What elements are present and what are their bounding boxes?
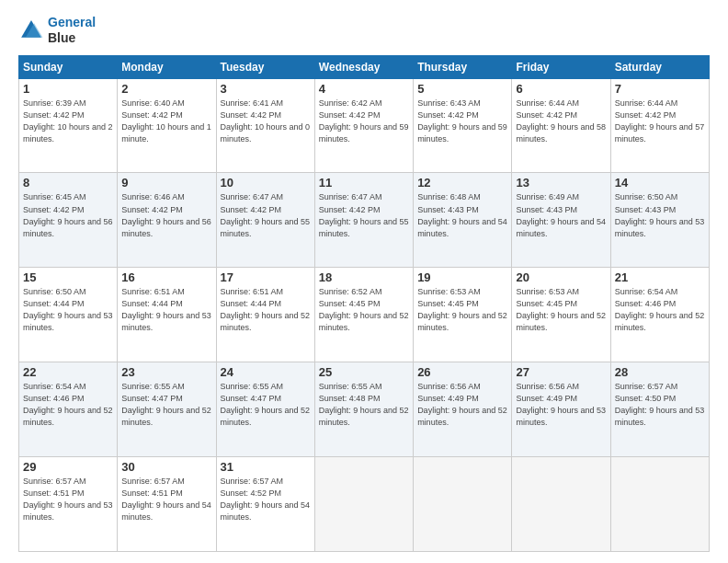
day-info: Sunrise: 6:54 AM Sunset: 4:46 PM Dayligh… [615, 286, 705, 334]
day-number: 4 [319, 82, 409, 96]
day-number: 12 [417, 176, 507, 190]
calendar-day-cell [314, 457, 413, 552]
day-number: 8 [23, 176, 113, 190]
day-number: 24 [221, 365, 311, 379]
day-number: 15 [23, 270, 113, 284]
weekday-header-cell: Tuesday [216, 55, 314, 78]
calendar-day-cell: 11 Sunrise: 6:47 AM Sunset: 4:42 PM Dayl… [314, 173, 413, 268]
weekday-header-cell: Friday [512, 55, 610, 78]
calendar-day-cell: 29 Sunrise: 6:57 AM Sunset: 4:51 PM Dayl… [19, 457, 118, 552]
calendar-day-cell: 6 Sunrise: 6:44 AM Sunset: 4:42 PM Dayli… [512, 78, 610, 173]
day-info: Sunrise: 6:55 AM Sunset: 4:47 PM Dayligh… [121, 381, 211, 429]
page: General Blue SundayMondayTuesdayWednesda… [0, 0, 728, 563]
day-number: 14 [615, 176, 705, 190]
calendar-day-cell: 1 Sunrise: 6:39 AM Sunset: 4:42 PM Dayli… [19, 78, 118, 173]
day-info: Sunrise: 6:40 AM Sunset: 4:42 PM Dayligh… [121, 98, 211, 145]
calendar-day-cell: 31 Sunrise: 6:57 AM Sunset: 4:52 PM Dayl… [216, 457, 314, 552]
calendar-day-cell: 2 Sunrise: 6:40 AM Sunset: 4:42 PM Dayli… [118, 78, 216, 173]
day-number: 20 [516, 270, 606, 284]
day-number: 22 [23, 365, 113, 379]
day-number: 29 [23, 460, 113, 474]
day-info: Sunrise: 6:57 AM Sunset: 4:51 PM Dayligh… [121, 476, 211, 523]
weekday-header-cell: Thursday [414, 55, 512, 78]
calendar-table: SundayMondayTuesdayWednesdayThursdayFrid… [18, 55, 710, 552]
day-info: Sunrise: 6:44 AM Sunset: 4:42 PM Dayligh… [516, 98, 606, 145]
day-info: Sunrise: 6:51 AM Sunset: 4:44 PM Dayligh… [121, 286, 211, 334]
day-number: 16 [121, 270, 211, 284]
day-info: Sunrise: 6:48 AM Sunset: 4:43 PM Dayligh… [417, 191, 507, 239]
calendar-week-row: 29 Sunrise: 6:57 AM Sunset: 4:51 PM Dayl… [19, 457, 710, 552]
day-info: Sunrise: 6:42 AM Sunset: 4:42 PM Dayligh… [319, 98, 409, 145]
day-number: 5 [417, 82, 507, 96]
weekday-header-cell: Wednesday [314, 55, 413, 78]
calendar-day-cell: 9 Sunrise: 6:46 AM Sunset: 4:42 PM Dayli… [118, 173, 216, 268]
day-info: Sunrise: 6:50 AM Sunset: 4:44 PM Dayligh… [23, 286, 113, 334]
calendar-body: 1 Sunrise: 6:39 AM Sunset: 4:42 PM Dayli… [19, 78, 710, 551]
calendar-week-row: 15 Sunrise: 6:50 AM Sunset: 4:44 PM Dayl… [19, 268, 710, 362]
calendar-day-cell: 18 Sunrise: 6:52 AM Sunset: 4:45 PM Dayl… [314, 268, 413, 362]
day-info: Sunrise: 6:49 AM Sunset: 4:43 PM Dayligh… [516, 191, 606, 239]
day-info: Sunrise: 6:56 AM Sunset: 4:49 PM Dayligh… [516, 381, 606, 429]
day-number: 31 [221, 460, 311, 474]
day-number: 25 [319, 365, 409, 379]
day-info: Sunrise: 6:52 AM Sunset: 4:45 PM Dayligh… [319, 286, 409, 334]
day-info: Sunrise: 6:44 AM Sunset: 4:42 PM Dayligh… [615, 98, 705, 145]
calendar-day-cell: 23 Sunrise: 6:55 AM Sunset: 4:47 PM Dayl… [118, 362, 216, 457]
day-number: 1 [23, 82, 113, 96]
day-number: 21 [615, 270, 705, 284]
day-info: Sunrise: 6:41 AM Sunset: 4:42 PM Dayligh… [221, 98, 311, 145]
day-info: Sunrise: 6:45 AM Sunset: 4:42 PM Dayligh… [23, 191, 113, 239]
day-number: 19 [417, 270, 507, 284]
calendar-week-row: 1 Sunrise: 6:39 AM Sunset: 4:42 PM Dayli… [19, 78, 710, 173]
calendar-day-cell: 16 Sunrise: 6:51 AM Sunset: 4:44 PM Dayl… [118, 268, 216, 362]
day-info: Sunrise: 6:50 AM Sunset: 4:43 PM Dayligh… [615, 191, 705, 239]
calendar-week-row: 8 Sunrise: 6:45 AM Sunset: 4:42 PM Dayli… [19, 173, 710, 268]
calendar-day-cell: 8 Sunrise: 6:45 AM Sunset: 4:42 PM Dayli… [19, 173, 118, 268]
day-info: Sunrise: 6:57 AM Sunset: 4:50 PM Dayligh… [615, 381, 705, 429]
weekday-header-cell: Saturday [610, 55, 709, 78]
calendar-day-cell: 20 Sunrise: 6:53 AM Sunset: 4:45 PM Dayl… [512, 268, 610, 362]
day-number: 11 [319, 176, 409, 190]
calendar-day-cell: 17 Sunrise: 6:51 AM Sunset: 4:44 PM Dayl… [216, 268, 314, 362]
weekday-header-cell: Sunday [19, 55, 118, 78]
calendar-day-cell: 5 Sunrise: 6:43 AM Sunset: 4:42 PM Dayli… [414, 78, 512, 173]
day-info: Sunrise: 6:43 AM Sunset: 4:42 PM Dayligh… [417, 98, 507, 145]
day-number: 3 [221, 82, 311, 96]
day-number: 23 [121, 365, 211, 379]
header: General Blue [18, 15, 710, 46]
calendar-day-cell [414, 457, 512, 552]
day-info: Sunrise: 6:55 AM Sunset: 4:48 PM Dayligh… [319, 381, 409, 429]
logo-icon [18, 17, 44, 43]
calendar-day-cell: 21 Sunrise: 6:54 AM Sunset: 4:46 PM Dayl… [610, 268, 709, 362]
calendar-day-cell: 3 Sunrise: 6:41 AM Sunset: 4:42 PM Dayli… [216, 78, 314, 173]
day-info: Sunrise: 6:53 AM Sunset: 4:45 PM Dayligh… [417, 286, 507, 334]
day-info: Sunrise: 6:57 AM Sunset: 4:51 PM Dayligh… [23, 476, 113, 523]
calendar-day-cell: 12 Sunrise: 6:48 AM Sunset: 4:43 PM Dayl… [414, 173, 512, 268]
day-number: 10 [221, 176, 311, 190]
day-info: Sunrise: 6:57 AM Sunset: 4:52 PM Dayligh… [221, 476, 311, 523]
day-info: Sunrise: 6:53 AM Sunset: 4:45 PM Dayligh… [516, 286, 606, 334]
logo-text: General Blue [48, 15, 96, 46]
day-number: 28 [615, 365, 705, 379]
weekday-header-row: SundayMondayTuesdayWednesdayThursdayFrid… [19, 55, 710, 78]
calendar-day-cell: 14 Sunrise: 6:50 AM Sunset: 4:43 PM Dayl… [610, 173, 709, 268]
day-number: 17 [221, 270, 311, 284]
day-info: Sunrise: 6:47 AM Sunset: 4:42 PM Dayligh… [221, 191, 311, 239]
day-info: Sunrise: 6:46 AM Sunset: 4:42 PM Dayligh… [121, 191, 211, 239]
calendar-day-cell: 13 Sunrise: 6:49 AM Sunset: 4:43 PM Dayl… [512, 173, 610, 268]
day-info: Sunrise: 6:51 AM Sunset: 4:44 PM Dayligh… [221, 286, 311, 334]
calendar-day-cell: 27 Sunrise: 6:56 AM Sunset: 4:49 PM Dayl… [512, 362, 610, 457]
day-info: Sunrise: 6:55 AM Sunset: 4:47 PM Dayligh… [221, 381, 311, 429]
calendar-week-row: 22 Sunrise: 6:54 AM Sunset: 4:46 PM Dayl… [19, 362, 710, 457]
calendar-day-cell: 10 Sunrise: 6:47 AM Sunset: 4:42 PM Dayl… [216, 173, 314, 268]
calendar-day-cell: 22 Sunrise: 6:54 AM Sunset: 4:46 PM Dayl… [19, 362, 118, 457]
day-info: Sunrise: 6:56 AM Sunset: 4:49 PM Dayligh… [417, 381, 507, 429]
calendar-day-cell: 28 Sunrise: 6:57 AM Sunset: 4:50 PM Dayl… [610, 362, 709, 457]
day-number: 26 [417, 365, 507, 379]
day-info: Sunrise: 6:47 AM Sunset: 4:42 PM Dayligh… [319, 191, 409, 239]
calendar-day-cell: 19 Sunrise: 6:53 AM Sunset: 4:45 PM Dayl… [414, 268, 512, 362]
calendar-day-cell: 24 Sunrise: 6:55 AM Sunset: 4:47 PM Dayl… [216, 362, 314, 457]
calendar-day-cell: 26 Sunrise: 6:56 AM Sunset: 4:49 PM Dayl… [414, 362, 512, 457]
calendar-day-cell [610, 457, 709, 552]
logo: General Blue [18, 15, 96, 46]
